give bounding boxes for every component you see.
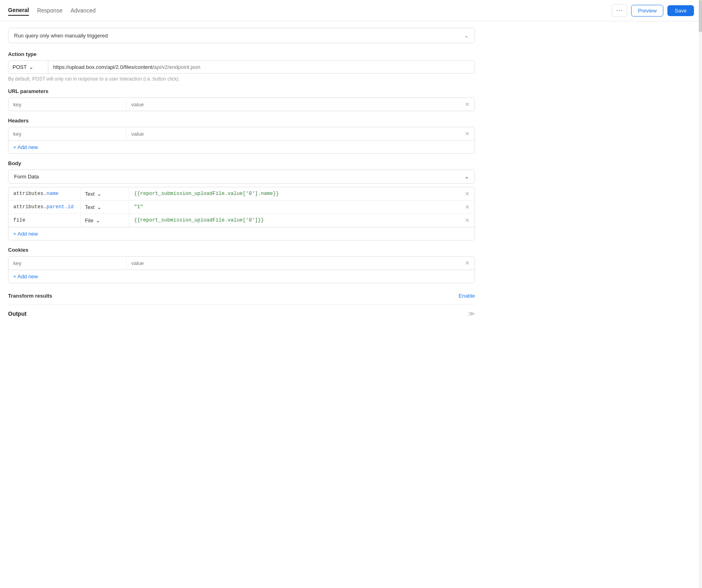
tabs: General Response Advanced	[8, 5, 95, 16]
body-type-value: Form Data	[14, 174, 39, 180]
body-key-1-text: attributes.name	[13, 191, 59, 197]
body-row-1-close-icon[interactable]: ✕	[460, 187, 475, 200]
cookies-row: ✕	[8, 257, 475, 270]
body-key-1-blue: name	[47, 191, 59, 197]
trigger-selector[interactable]: Run query only when manually triggered ⌄	[8, 28, 475, 43]
method-value: POST	[12, 64, 27, 70]
cookies-key-input[interactable]	[13, 260, 121, 266]
cookies-key[interactable]	[8, 257, 126, 269]
body-key-2: attributes.parent.id	[8, 201, 81, 213]
cookies-label: Cookies	[8, 247, 475, 253]
body-value-1-text: {{report_submission_uploadFile.value['0'…	[134, 191, 279, 197]
body-type-1-chevron-icon: ⌄	[97, 191, 101, 197]
method-select[interactable]: POST ⌄	[8, 60, 48, 74]
body-type-3-value: File	[85, 217, 93, 224]
headers-row: ✕	[8, 127, 475, 141]
url-params-table: ✕	[8, 97, 475, 111]
url-params-key[interactable]	[8, 98, 126, 111]
body-type-chevron-icon: ⌄	[465, 174, 469, 180]
body-value-2-text: "1"	[134, 204, 143, 210]
headers-key-input[interactable]	[13, 131, 121, 137]
url-field[interactable]	[154, 64, 470, 70]
body-type-1-dropdown[interactable]: Text ⌄	[85, 191, 101, 197]
headers-key[interactable]	[8, 128, 126, 140]
headers-close-icon[interactable]: ✕	[460, 127, 475, 140]
cookies-section: Cookies ✕ + Add new	[8, 247, 475, 283]
body-type-2-value: Text	[85, 204, 95, 210]
body-key-1: attributes.name	[8, 188, 81, 200]
action-type-label: Action type	[8, 51, 475, 57]
url-params-value[interactable]	[126, 98, 460, 111]
body-row-2-close-icon[interactable]: ✕	[460, 201, 475, 213]
cookies-value-input[interactable]	[131, 260, 455, 266]
body-type-2-chevron-icon: ⌄	[97, 204, 101, 210]
output-expand-icon[interactable]: ≫	[468, 310, 475, 317]
url-value: https://upload.box.com/api/2.0/files/con…	[53, 64, 154, 70]
url-params-close-icon[interactable]: ✕	[460, 98, 475, 111]
body-row-2: attributes.parent.id Text ⌄ "1" ✕	[8, 201, 475, 214]
headers-value-input[interactable]	[131, 131, 455, 137]
output-label: Output	[8, 311, 27, 317]
body-row-3-close-icon[interactable]: ✕	[460, 214, 475, 227]
body-value-3[interactable]: {{report_submission_uploadFile.value['0'…	[129, 214, 460, 226]
body-row-1: attributes.name Text ⌄ {{report_submissi…	[8, 187, 475, 201]
body-key-2-text: attributes.parent.id	[13, 204, 74, 210]
top-bar: General Response Advanced ··· Preview Sa…	[0, 0, 702, 21]
cookies-close-icon[interactable]: ✕	[460, 257, 475, 269]
body-value-3-text: {{report_submission_uploadFile.value['0'…	[134, 217, 264, 223]
body-key-3: file	[8, 214, 81, 226]
output-row: Output ≫	[8, 304, 475, 319]
cookies-value[interactable]	[126, 257, 460, 269]
body-key-3-text: file	[13, 217, 25, 223]
body-type-select[interactable]: Form Data ⌄	[8, 170, 475, 184]
body-type-1[interactable]: Text ⌄	[81, 188, 129, 200]
url-params-label: URL parameters	[8, 88, 475, 94]
transform-label: Transform results	[8, 293, 52, 299]
body-value-2[interactable]: "1"	[129, 201, 460, 213]
scrollbar-thumb[interactable]	[699, 0, 702, 32]
url-input-container: https://upload.box.com/api/2.0/files/con…	[48, 60, 475, 74]
url-key-input[interactable]	[13, 101, 121, 108]
top-actions: ··· Preview Save	[612, 4, 694, 17]
body-type-3-chevron-icon: ⌄	[96, 217, 100, 224]
url-value-input[interactable]	[131, 101, 455, 108]
body-add-new[interactable]: + Add new	[8, 227, 475, 240]
tab-response[interactable]: Response	[37, 6, 62, 15]
cookies-table: ✕ + Add new	[8, 256, 475, 283]
headers-table: ✕ + Add new	[8, 127, 475, 154]
scrollbar[interactable]	[699, 0, 702, 325]
action-type-row: POST ⌄ https://upload.box.com/api/2.0/fi…	[8, 60, 475, 74]
tab-advanced[interactable]: Advanced	[70, 6, 95, 15]
body-row-3: file File ⌄ {{report_submission_uploadFi…	[8, 214, 475, 227]
body-type-3[interactable]: File ⌄	[81, 214, 129, 227]
transform-enable-button[interactable]: Enable	[459, 293, 475, 299]
body-label: Body	[8, 160, 475, 166]
save-button[interactable]: Save	[667, 5, 694, 16]
body-value-1[interactable]: {{report_submission_uploadFile.value['0'…	[129, 188, 460, 200]
trigger-chevron-icon: ⌄	[464, 32, 469, 39]
body-type-1-value: Text	[85, 191, 95, 197]
method-chevron-icon: ⌄	[29, 64, 33, 70]
more-options-button[interactable]: ···	[612, 4, 627, 17]
body-key-2-blue: parent.id	[47, 204, 74, 210]
headers-label: Headers	[8, 118, 475, 124]
body-type-2[interactable]: Text ⌄	[81, 201, 129, 213]
body-rows-table: attributes.name Text ⌄ {{report_submissi…	[8, 187, 475, 240]
body-type-3-dropdown[interactable]: File ⌄	[85, 217, 100, 224]
cookies-add-new[interactable]: + Add new	[8, 270, 475, 283]
post-hint: By default, POST will only run in respon…	[8, 76, 475, 82]
tab-general[interactable]: General	[8, 5, 29, 16]
trigger-text: Run query only when manually triggered	[14, 33, 108, 39]
url-params-row: ✕	[8, 98, 475, 111]
headers-value[interactable]	[126, 128, 460, 140]
headers-add-new[interactable]: + Add new	[8, 141, 475, 153]
transform-row: Transform results Enable	[8, 291, 475, 300]
body-type-2-dropdown[interactable]: Text ⌄	[85, 204, 101, 210]
main-content: Run query only when manually triggered ⌄…	[0, 21, 483, 325]
preview-button[interactable]: Preview	[631, 5, 663, 17]
